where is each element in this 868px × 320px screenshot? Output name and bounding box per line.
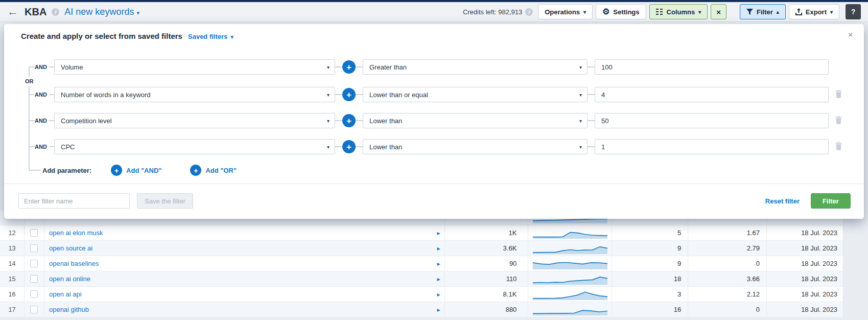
field-select-value: Competition level	[61, 117, 112, 125]
add-and-button[interactable]: + Add "AND"	[111, 165, 161, 176]
keyword-link[interactable]: open ai elon musk	[49, 229, 103, 237]
saved-filters-dropdown[interactable]: Saved filters▼	[188, 33, 234, 40]
connector-line	[335, 120, 342, 121]
keyword-link[interactable]: open source ai	[49, 244, 92, 252]
row-checkbox[interactable]	[30, 306, 38, 313]
expand-chevron-icon[interactable]: ▸	[437, 291, 440, 298]
keyword-link[interactable]: open ai api	[49, 290, 82, 298]
plus-icon: +	[346, 90, 351, 99]
delete-condition-button[interactable]	[835, 89, 842, 100]
row-checkbox[interactable]	[30, 244, 38, 252]
row-checkbox[interactable]	[30, 290, 38, 298]
trend-sparkline	[533, 289, 607, 300]
filter-condition-row: AND CPC ▾ + Lower than ▾	[4, 139, 864, 154]
row-checkbox[interactable]	[30, 229, 38, 237]
insert-condition-button[interactable]: +	[342, 60, 356, 74]
chevron-down-icon: ▾	[327, 92, 330, 98]
delete-condition-button[interactable]	[835, 142, 842, 152]
trend-cell	[528, 271, 612, 286]
connector-line	[49, 94, 54, 95]
chevron-down-icon: ▾	[579, 118, 582, 124]
condition-select[interactable]: Lower than ▾	[363, 139, 588, 154]
row-checkbox[interactable]	[30, 260, 38, 267]
topbar-actions: Credits left: 982,913i Operations ▾ ⚙ Se…	[463, 4, 861, 19]
date-cell: 18 Jul. 2023	[767, 287, 843, 302]
metric2-cell: 2.12	[688, 287, 767, 302]
insert-condition-button[interactable]: +	[342, 88, 356, 101]
keyword-cell: openai github ▸	[44, 302, 445, 317]
keyword-link[interactable]: openai github	[49, 306, 89, 313]
info-icon[interactable]: i	[52, 8, 59, 16]
expand-chevron-icon[interactable]: ▸	[437, 245, 440, 252]
metric2-cell: 2.79	[688, 241, 767, 256]
expand-chevron-icon[interactable]: ▸	[437, 260, 440, 267]
columns-button[interactable]: Columns ▾	[649, 4, 708, 19]
row-checkbox[interactable]	[30, 275, 38, 283]
connector-line	[588, 94, 595, 95]
condition-select[interactable]: Lower than or equal ▾	[363, 87, 588, 102]
metric2-cell: 0	[688, 302, 767, 317]
info-icon[interactable]: i	[525, 8, 533, 16]
row-number: 12	[0, 225, 25, 240]
operations-button[interactable]: Operations ▾	[538, 4, 593, 19]
table-row: 16 open ai api ▸ 8.1K 3 2.12 18 Jul. 202…	[0, 287, 843, 302]
row-number: 13	[0, 241, 25, 256]
condition-select-value: Lower than or equal	[369, 91, 428, 99]
settings-label: Settings	[613, 8, 639, 16]
field-select[interactable]: Number of words in a keyword ▾	[54, 87, 335, 102]
add-or-label: Add "OR"	[205, 167, 237, 174]
field-select[interactable]: Competition level ▾	[54, 113, 335, 128]
apply-filter-button[interactable]: Filter	[811, 193, 851, 209]
settings-button[interactable]: ⚙ Settings	[596, 4, 646, 19]
help-button[interactable]: ?	[846, 4, 861, 19]
gear-icon: ⚙	[602, 8, 609, 16]
row-number: 15	[0, 271, 25, 286]
metric1-cell: 18	[612, 271, 688, 286]
volume-cell: 8.1K	[445, 287, 528, 302]
filter-value-input[interactable]	[595, 113, 829, 128]
add-or-button[interactable]: + Add "OR"	[190, 165, 237, 176]
keyword-link[interactable]: openai baselines	[49, 260, 99, 267]
checkbox-cell	[25, 225, 44, 240]
filter-value-input[interactable]	[595, 59, 829, 75]
close-panel-button[interactable]: ×	[848, 30, 853, 39]
clear-columns-button[interactable]: ×	[711, 4, 726, 19]
field-select[interactable]: Volume ▾	[54, 59, 335, 75]
filter-toggle-button[interactable]: Filter ▴	[740, 4, 786, 19]
plus-icon: +	[346, 63, 351, 72]
plus-icon: +	[190, 165, 201, 176]
trend-sparkline	[533, 304, 607, 315]
filter-value-input[interactable]	[595, 87, 829, 102]
back-icon[interactable]: ←	[7, 6, 18, 17]
field-select-value: CPC	[61, 143, 75, 151]
expand-chevron-icon[interactable]: ▸	[437, 306, 440, 313]
trend-cell	[528, 302, 612, 317]
insert-condition-button[interactable]: +	[342, 114, 356, 127]
and-label: AND	[35, 64, 49, 70]
chevron-down-icon: ▾	[327, 118, 330, 124]
trend-sparkline	[533, 258, 607, 269]
topbar: ← KBA i AI new keywords▾ Credits left: 9…	[0, 2, 868, 22]
insert-condition-button[interactable]: +	[342, 140, 356, 153]
table-row: 12 open ai elon musk ▸ 1K 5 1.67 18 Jul.…	[0, 225, 843, 241]
condition-select[interactable]: Lower than ▾	[363, 113, 588, 128]
close-icon: ×	[716, 8, 721, 16]
reset-filter-link[interactable]: Reset filter	[765, 197, 800, 205]
keyword-link[interactable]: open ai online	[49, 275, 90, 283]
filter-condition-row: AND Volume ▾ + Greater than ▾	[4, 59, 864, 75]
report-title-dropdown[interactable]: AI new keywords▾	[64, 7, 139, 17]
filter-value-input[interactable]	[595, 139, 829, 154]
filter-label: Filter	[757, 8, 773, 16]
save-filter-button[interactable]: Save the filter	[137, 193, 193, 209]
delete-condition-button[interactable]	[835, 116, 842, 126]
expand-chevron-icon[interactable]: ▸	[437, 276, 440, 283]
export-button[interactable]: Export ▾	[789, 4, 839, 19]
condition-select-value: Greater than	[369, 63, 407, 71]
volume-cell: 90	[445, 256, 528, 271]
condition-select[interactable]: Greater than ▾	[363, 59, 588, 75]
filter-name-input[interactable]	[18, 193, 130, 209]
expand-chevron-icon[interactable]: ▸	[437, 230, 440, 237]
checkbox-cell	[25, 241, 44, 256]
trend-cell	[528, 256, 612, 271]
field-select[interactable]: CPC ▾	[54, 139, 335, 154]
